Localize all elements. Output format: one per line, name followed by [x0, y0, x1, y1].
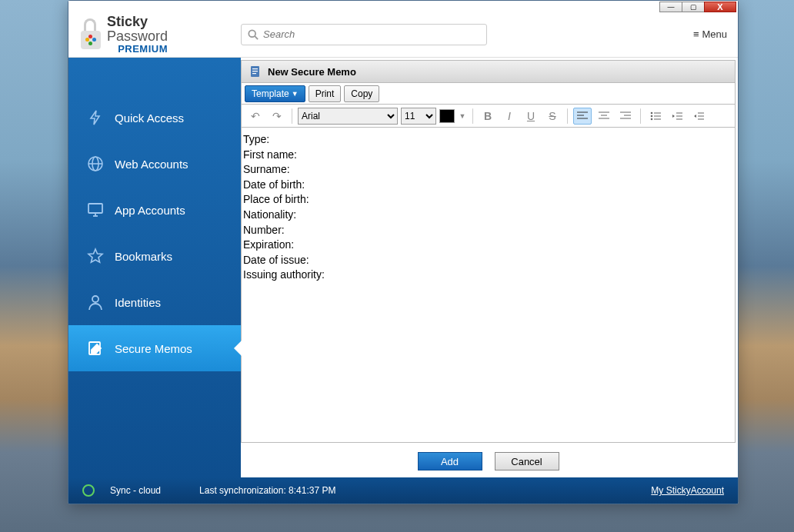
svg-point-23 — [651, 111, 653, 114]
underline-button[interactable]: U — [522, 108, 540, 125]
main-panel: New Secure Memo Template▼ Print Copy ↶ ↷… — [241, 58, 738, 477]
indent-button[interactable] — [689, 108, 708, 125]
redo-button[interactable]: ↷ — [268, 108, 286, 125]
memo-toolbar-actions: Template▼ Print Copy — [241, 83, 736, 105]
brand-line2: Password — [107, 29, 168, 44]
add-button[interactable]: Add — [418, 452, 482, 470]
sidebar-item-identities[interactable]: Identities — [68, 279, 241, 325]
align-left-button[interactable] — [573, 108, 592, 125]
sidebar-item-secure-memos[interactable]: Secure Memos — [68, 325, 241, 371]
bolt-icon — [87, 109, 104, 126]
memo-line: Date of birth: — [243, 178, 733, 193]
sidebar-item-quick-access[interactable]: Quick Access — [68, 95, 241, 141]
hamburger-icon: ≡ — [693, 28, 699, 40]
minimize-button[interactable]: — — [659, 2, 682, 12]
search-icon — [248, 29, 259, 40]
memo-header: New Secure Memo — [241, 60, 736, 83]
memo-line: First name: — [243, 148, 733, 163]
statusbar: Sync - cloud Last synchronization: 8:41:… — [68, 477, 738, 504]
menu-label: Menu — [702, 28, 727, 40]
last-sync-label: Last synchronization: 8:41:37 PM — [199, 485, 335, 496]
memo-line: Type: — [243, 132, 733, 148]
maximize-button[interactable]: ▢ — [682, 2, 705, 12]
search-input[interactable] — [263, 28, 480, 40]
logo: Sticky Password PREMIUM — [79, 15, 241, 54]
my-account-link[interactable]: My StickyAccount — [651, 485, 724, 496]
sidebar-item-label: Identities — [115, 296, 161, 309]
memo-line: Issuing authority: — [243, 268, 733, 283]
padlock-icon — [79, 18, 102, 49]
sidebar-item-label: Secure Memos — [115, 342, 192, 355]
sync-icon — [82, 484, 95, 497]
app-header: Sticky Password PREMIUM ≡ Menu — [68, 12, 738, 58]
document-icon — [249, 65, 262, 78]
brand-line1: Sticky — [107, 15, 168, 29]
align-center-button[interactable] — [595, 108, 613, 125]
strikethrough-button[interactable]: S — [543, 108, 562, 125]
align-right-button[interactable] — [616, 108, 635, 125]
titlebar: — ▢ X — [68, 1, 738, 12]
brand-line3: PREMIUM — [107, 44, 168, 55]
memo-toolbar-format: ↶ ↷ Arial 11 ▼ B I U S — [241, 105, 736, 128]
font-color-picker[interactable] — [439, 109, 455, 123]
sidebar-item-app-accounts[interactable]: App Accounts — [68, 187, 241, 233]
memo-editor[interactable]: Type:First name:Surname:Date of birth:Pl… — [241, 128, 736, 443]
chevron-down-icon: ▼ — [292, 90, 299, 98]
app-window: — ▢ X Sticky Password PREMIUM — [68, 0, 739, 504]
svg-point-0 — [249, 30, 255, 37]
svg-rect-5 — [88, 204, 102, 213]
chevron-down-icon[interactable]: ▼ — [458, 108, 467, 125]
sync-status: Sync - cloud — [110, 485, 161, 496]
sidebar-item-label: App Accounts — [115, 204, 185, 217]
svg-line-1 — [255, 36, 258, 39]
svg-rect-11 — [252, 68, 258, 69]
print-button[interactable]: Print — [309, 85, 342, 102]
memo-button-row: Add Cancel — [241, 447, 736, 475]
sidebar-item-bookmarks[interactable]: Bookmarks — [68, 233, 241, 279]
undo-button[interactable]: ↶ — [246, 108, 265, 125]
sidebar-item-label: Bookmarks — [115, 250, 172, 263]
svg-point-8 — [92, 296, 98, 302]
font-family-select[interactable]: Arial — [298, 108, 398, 125]
edit-note-icon — [87, 340, 104, 357]
search-box[interactable] — [241, 24, 487, 45]
svg-rect-12 — [252, 71, 258, 71]
svg-point-27 — [651, 118, 653, 120]
sidebar-item-web-accounts[interactable]: Web Accounts — [68, 141, 241, 187]
memo-line: Date of issue: — [243, 253, 733, 268]
memo-line: Nationality: — [243, 208, 733, 223]
star-icon — [87, 248, 104, 264]
menu-button[interactable]: ≡ Menu — [693, 28, 727, 40]
bullet-list-button[interactable] — [646, 108, 665, 125]
font-size-select[interactable]: 11 — [401, 108, 436, 125]
sidebar-item-label: Quick Access — [115, 111, 184, 125]
sidebar-item-label: Web Accounts — [115, 158, 188, 171]
globe-icon — [87, 155, 104, 172]
template-button[interactable]: Template▼ — [245, 85, 305, 102]
close-button[interactable]: X — [704, 2, 736, 12]
memo-line: Place of birth: — [243, 192, 733, 208]
outdent-button[interactable] — [668, 108, 686, 125]
cancel-button[interactable]: Cancel — [495, 452, 559, 470]
bold-button[interactable]: B — [479, 108, 497, 125]
italic-button[interactable]: I — [500, 108, 519, 125]
copy-button[interactable]: Copy — [344, 85, 379, 102]
svg-point-25 — [651, 115, 653, 117]
memo-line: Number: — [243, 223, 733, 238]
memo-line: Expiration: — [243, 238, 733, 253]
memo-line: Surname: — [243, 162, 733, 178]
memo-title: New Secure Memo — [268, 66, 356, 78]
monitor-icon — [87, 201, 104, 218]
sidebar: Quick Access Web Accounts App Accounts B… — [68, 58, 241, 477]
person-icon — [87, 294, 104, 311]
svg-rect-13 — [252, 73, 256, 74]
